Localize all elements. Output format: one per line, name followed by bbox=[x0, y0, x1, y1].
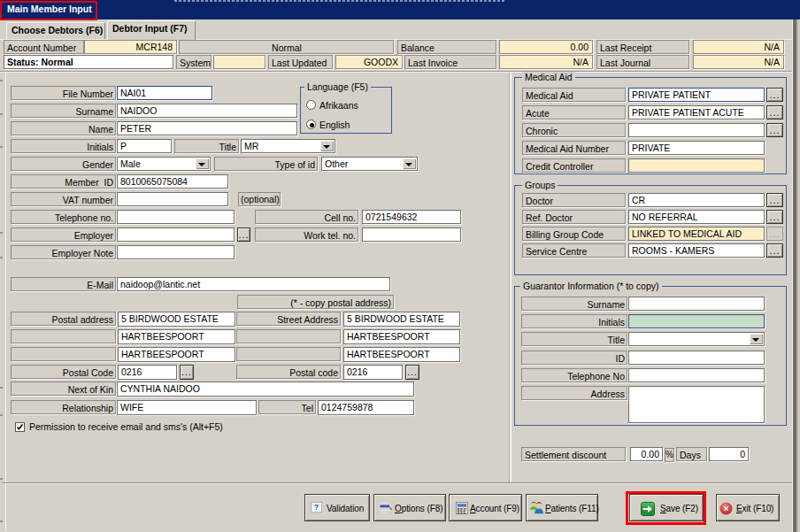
svg-text:?: ? bbox=[314, 503, 319, 512]
